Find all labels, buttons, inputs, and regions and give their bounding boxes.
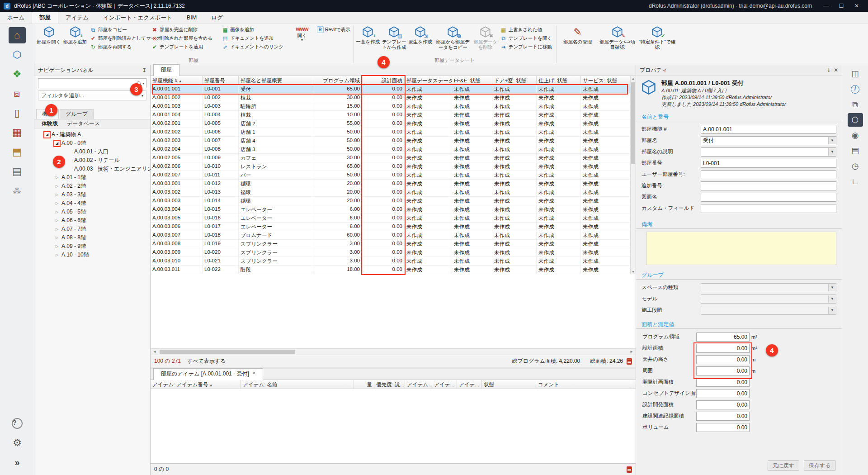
close-button[interactable]: ✕	[849, 0, 864, 12]
area-value-input[interactable]: 0.00	[696, 378, 750, 387]
tree-item[interactable]: A.00.02 - リテール	[34, 156, 150, 165]
scroll-up-icon[interactable]: ▲	[631, 77, 636, 80]
tree-item[interactable]: A.08 - 8階	[34, 233, 150, 242]
tree-item[interactable]: A.04 - 4階	[34, 199, 150, 208]
ribbon-small-button[interactable]: 部屋をコピー	[90, 25, 148, 34]
area-value-input[interactable]: 0.00	[696, 366, 750, 375]
menu-tab[interactable]: 部屋	[32, 12, 58, 24]
menu-tab[interactable]: アイテム	[58, 12, 96, 24]
ribbon-large-button[interactable]: 部屋から部屋データをコピー	[434, 24, 472, 50]
chevron-down-icon[interactable]: ▾	[142, 81, 144, 86]
table-row[interactable]: A.00.01.002L0-002 植栽30.00 0.00未作成 未作成未作成…	[151, 94, 636, 102]
tree-item[interactable]: A.00.03 - 技術・エンジニアリング	[34, 165, 150, 173]
column-header[interactable]: 部屋名と部屋概要	[239, 76, 313, 85]
column-header[interactable]: 設計面積	[362, 76, 405, 85]
table-row[interactable]: A.00.02.003L0-007 店舗 450.00 0.00未作成 未作成未…	[151, 137, 636, 145]
column-header[interactable]: プログラム領域	[313, 76, 362, 85]
column-header[interactable]: 状態	[482, 380, 536, 389]
systems-module-icon[interactable]	[9, 183, 26, 199]
products-module-icon[interactable]	[9, 86, 26, 102]
table-row[interactable]: A.00.03.005L0-016 エレベーター6.00 0.00未作成 未作成…	[151, 214, 636, 223]
table-row[interactable]: A.00.03.001L0-012 循環20.00 0.00未作成 未作成未作成…	[151, 180, 636, 188]
menu-tab[interactable]: BIM	[179, 12, 204, 24]
column-header[interactable]: サービス: 状態	[581, 76, 630, 85]
table-row[interactable]: A.00.02.006L0-010 レストラン65.00 0.00未作成 未作成…	[151, 162, 636, 171]
area-value-input[interactable]: 0.00	[696, 389, 750, 398]
ribbon-small-button[interactable]: 削除された部屋を含める	[151, 34, 219, 43]
ribbon-small-button[interactable]: 部屋を完全に削除	[151, 25, 219, 34]
tree-item[interactable]: A.05 - 5階	[34, 208, 150, 216]
tree-item[interactable]: A.00 - 0階	[34, 139, 150, 147]
column-header[interactable]: 量	[354, 380, 374, 389]
layout-icon[interactable]	[848, 67, 863, 81]
rooms-document-tab[interactable]: 部屋	[153, 64, 179, 76]
horizontal-scrollbar[interactable]: ◄ ►	[151, 348, 636, 355]
ribbon-small-button[interactable]: 部屋を再開する	[90, 43, 148, 51]
column-header[interactable]: コメント	[536, 380, 630, 389]
scroll-down-icon[interactable]: ▼	[631, 270, 636, 273]
tab-trial-db[interactable]: 体験版	[37, 120, 62, 128]
column-header[interactable]: アイテム: 名前	[241, 380, 354, 389]
tree-item[interactable]: A.07 - 7階	[34, 225, 150, 233]
column-header[interactable]: 優先度: 説...	[374, 380, 405, 389]
table-row[interactable]: A.00.01.001L0-001 受付65.00 0.00未作成 未作成未作成…	[151, 85, 636, 94]
ribbon-large-button[interactable]: 派生を作成	[407, 24, 434, 44]
column-header[interactable]: アイテ...	[432, 380, 457, 389]
building-module-icon[interactable]	[9, 124, 26, 141]
scroll-left-icon[interactable]: ◄	[151, 350, 158, 354]
expand-sidebar-icon[interactable]	[9, 454, 26, 470]
table-row[interactable]: A.00.03.004L0-015 エレベーター6.00 0.00未作成 未作成…	[151, 205, 636, 214]
save-button[interactable]: 保存する	[804, 461, 835, 470]
log-book-icon[interactable]	[627, 466, 632, 473]
table-row[interactable]: A.00.02.001L0-005 店舗 255.00 0.00未作成 未作成未…	[151, 119, 636, 128]
table-row[interactable]: A.00.03.006L0-017 エレベーター6.00 0.00未作成 未作成…	[151, 223, 636, 231]
table-row[interactable]: A.00.02.002L0-006 店舗 150.00 0.00未作成 未作成未…	[151, 128, 636, 137]
table-row[interactable]: A.00.01.004L0-004 植栽10.00 0.00未作成 未作成未作成…	[151, 111, 636, 119]
tree-expander-icon[interactable]	[54, 252, 60, 258]
column-header[interactable]: 部屋データステータス	[405, 76, 452, 85]
drawing-name-input[interactable]	[701, 193, 836, 202]
tree-expander-icon[interactable]	[54, 227, 60, 232]
help-icon[interactable]	[9, 415, 26, 432]
table-row[interactable]: A.00.03.009L0-020 スプリンクラー3.00 0.00未作成 未作…	[151, 248, 636, 257]
column-header[interactable]: アイテム: アイテム番号	[151, 380, 241, 389]
column-header[interactable]: 部屋機能 #	[151, 76, 203, 85]
tree-item[interactable]: A.00.01 - 入口	[34, 147, 150, 156]
history-icon[interactable]	[848, 159, 863, 173]
table-row[interactable]: A.00.03.007L0-018 プロムナード60.00 0.00未作成 未作…	[151, 231, 636, 240]
tree-item[interactable]: A.01 - 1階	[34, 173, 150, 182]
scroll-right-icon[interactable]: ►	[628, 350, 635, 354]
ribbon-small-button[interactable]: 画像を追加	[222, 25, 288, 34]
clipboard-icon[interactable]	[848, 144, 863, 157]
column-header[interactable]: FF&E: 状態	[452, 76, 492, 85]
pin-icon[interactable]: ↧	[142, 67, 146, 74]
ribbon-small-button[interactable]: テンプレートに移動	[500, 43, 553, 51]
menu-tab[interactable]: ログ	[204, 12, 230, 24]
ribbon-small-button[interactable]: 上書きされた値	[500, 25, 553, 34]
table-row[interactable]: A.00.03.010L0-021 スプリンクラー3.00 0.00未作成 未作…	[151, 257, 636, 266]
vertical-scrollbar[interactable]: ▲ ▼	[630, 76, 636, 274]
group-select[interactable]: ▼	[701, 306, 836, 315]
doors-module-icon[interactable]	[9, 105, 26, 121]
tree-expander-icon[interactable]	[44, 132, 50, 138]
tree-item[interactable]: A.10 - 10階	[34, 251, 150, 259]
settings-icon[interactable]	[9, 435, 26, 451]
ribbon-small-button[interactable]: 部屋を削除済みとしてマーク	[90, 34, 148, 43]
table-row[interactable]: A.00.03.003L0-014 循環20.00 0.00未作成 未作成未作成…	[151, 197, 636, 205]
add-room-button[interactable]: + 部屋を追加	[62, 24, 88, 44]
tree-item[interactable]: A.06 - 6階	[34, 216, 150, 225]
check-under-conditions-button[interactable]: ✔ "特定条件下"で確認	[637, 24, 677, 50]
rooms-module-icon[interactable]	[9, 47, 26, 63]
room-name-select[interactable]: 受付▼	[701, 136, 836, 145]
show-all-link[interactable]: すべて表示する	[187, 357, 226, 365]
scrollbar-thumb[interactable]	[160, 350, 295, 354]
custom-field-input[interactable]	[701, 204, 836, 213]
tree-expander-icon[interactable]	[54, 141, 60, 146]
room-items-document-tab[interactable]: 部屋のアイテム [A.00.01.001 - 受付] ×	[153, 368, 263, 380]
area-value-input[interactable]: 0.00	[696, 423, 750, 432]
area-value-input[interactable]: 0.00	[696, 344, 750, 353]
room-name-manager-button[interactable]: ✎ 部屋名の管理	[558, 24, 598, 44]
area-value-input[interactable]: 0.00	[696, 400, 750, 409]
tab-group[interactable]: グループ	[60, 109, 94, 119]
tree-expander-icon[interactable]	[54, 175, 60, 180]
